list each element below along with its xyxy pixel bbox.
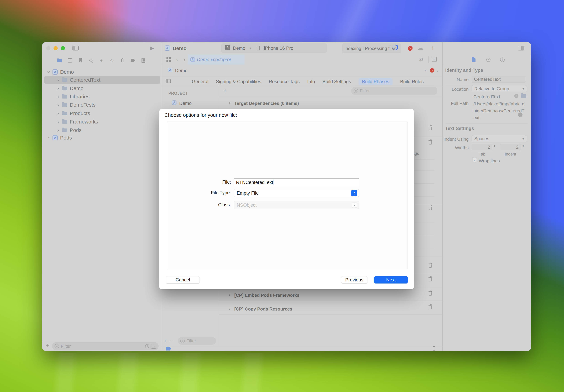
copy-pods-row[interactable]: [CP] Copy Pods Resources: [234, 306, 292, 312]
tab-width-field[interactable]: 2: [472, 144, 492, 150]
list-icon[interactable]: [140, 57, 147, 64]
tab-width-stepper[interactable]: ▲▼: [494, 144, 496, 147]
minimize-button[interactable]: [54, 46, 58, 50]
tab-general[interactable]: General: [192, 79, 208, 84]
class-combobox[interactable]: NSObject ▾: [234, 201, 359, 209]
file-name-input[interactable]: RTNCenteredText: [234, 178, 359, 186]
trash-icon[interactable]: [429, 306, 432, 309]
project-item-demo[interactable]: Demo: [179, 101, 192, 106]
tree-label[interactable]: DemoTests: [70, 102, 96, 108]
remove-target-button[interactable]: −: [170, 338, 173, 344]
tab-resource-tags[interactable]: Resource Tags: [269, 79, 300, 84]
run-button[interactable]: ▶: [150, 45, 154, 51]
disclosure-chevron-icon[interactable]: ›: [57, 94, 59, 99]
sidebar-item-demo-folder[interactable]: › Demo: [42, 84, 162, 93]
clear-icon[interactable]: ✕: [514, 94, 518, 98]
disclosure-chevron-icon[interactable]: ›: [229, 292, 231, 297]
file-inspector-icon[interactable]: [472, 57, 476, 62]
disclosure-chevron-icon[interactable]: ›: [57, 119, 59, 124]
breadcrumb[interactable]: Demo: [175, 68, 188, 73]
add-editor-icon[interactable]: +: [432, 57, 437, 62]
forward-chevron-icon[interactable]: ›: [183, 56, 185, 63]
choose-folder-icon[interactable]: [521, 94, 526, 98]
back-chevron-icon[interactable]: ‹: [176, 56, 178, 63]
navigator-toggle-icon[interactable]: [72, 46, 79, 50]
error-badge-icon[interactable]: [408, 46, 413, 51]
disclosure-chevron-icon[interactable]: ›: [57, 128, 59, 133]
editor-tab[interactable]: Demo.xcodeproj: [188, 55, 245, 65]
tree-label[interactable]: Products: [70, 110, 90, 116]
add-toolbar-icon[interactable]: +: [431, 44, 435, 52]
tab-info[interactable]: Info: [307, 79, 315, 84]
file-type-popup[interactable]: Empty File ▲▼: [234, 189, 359, 197]
issue-forward-chevron-icon[interactable]: ›: [437, 67, 439, 73]
close-button[interactable]: [46, 46, 50, 50]
sidebar-item-frameworks[interactable]: › Frameworks: [42, 118, 162, 126]
sidebar-item-centeredtext[interactable]: › CenteredText: [42, 76, 162, 84]
tree-label[interactable]: Libraries: [70, 94, 90, 99]
add-file-button[interactable]: +: [46, 342, 49, 349]
sidebar-item-demo-project[interactable]: › Demo: [42, 68, 162, 76]
indent-using-popup[interactable]: Spaces ▲▼: [472, 135, 527, 142]
swap-editor-icon[interactable]: ⇄: [419, 56, 424, 62]
location-popup[interactable]: Relative to Group ▲▼: [472, 85, 527, 92]
tab-build-settings[interactable]: Build Settings: [323, 79, 351, 84]
tree-label[interactable]: Demo: [60, 69, 74, 75]
issue-error-badge-icon[interactable]: [430, 68, 435, 73]
indent-width-stepper[interactable]: ▲▼: [522, 144, 524, 147]
tree-label[interactable]: Pods: [60, 135, 72, 141]
disclosure-chevron-icon[interactable]: ›: [46, 71, 52, 73]
sidebar-item-libraries[interactable]: › Libraries: [42, 93, 162, 101]
canvas-device-icon[interactable]: [433, 346, 435, 351]
project-navigator-icon[interactable]: [56, 57, 63, 64]
tab-build-phases[interactable]: Build Phases: [359, 78, 393, 85]
targets-filter-input[interactable]: ≡ Filter: [178, 337, 216, 345]
disclosure-chevron-icon[interactable]: ›: [57, 77, 59, 83]
tree-label[interactable]: CenteredText: [70, 77, 100, 83]
help-inspector-icon[interactable]: ?: [500, 57, 505, 62]
cancel-button[interactable]: Cancel: [166, 276, 200, 283]
tree-label[interactable]: Pods: [70, 127, 82, 133]
disclosure-chevron-icon[interactable]: ›: [57, 102, 59, 108]
search-icon[interactable]: [87, 57, 94, 64]
tab-build-rules[interactable]: Build Rules: [400, 79, 424, 84]
plus-minus-icon[interactable]: +-: [151, 344, 156, 349]
clock-icon[interactable]: [145, 344, 149, 348]
name-field[interactable]: CenteredText: [472, 76, 525, 83]
trash-icon[interactable]: [429, 264, 432, 268]
trash-icon[interactable]: [429, 127, 432, 130]
sidebar-item-pods-folder[interactable]: › Pods: [42, 126, 162, 134]
disclosure-chevron-icon[interactable]: ›: [57, 111, 59, 116]
bookmark-icon[interactable]: [77, 57, 84, 64]
warning-icon[interactable]: ⚠: [98, 57, 105, 64]
disclosure-chevron-icon[interactable]: ›: [229, 100, 231, 105]
inspector-toggle-icon[interactable]: [518, 46, 524, 50]
navigator-filter-input[interactable]: ≡ Filter +-: [52, 342, 159, 350]
scheme-project-label[interactable]: Demo: [233, 46, 245, 51]
tag-indicator-icon[interactable]: [166, 347, 171, 350]
sidebar-item-demotests[interactable]: › DemoTests: [42, 101, 162, 109]
phases-filter-input[interactable]: ≡ Filter: [351, 87, 437, 95]
tree-label[interactable]: Frameworks: [70, 119, 98, 125]
indent-width-field[interactable]: 2: [500, 144, 521, 150]
sidebar-item-products[interactable]: › Products: [42, 109, 162, 117]
history-inspector-icon[interactable]: [486, 58, 491, 62]
tree-label[interactable]: Demo: [70, 85, 83, 91]
reveal-arrow-icon[interactable]: →: [518, 112, 523, 117]
disclosure-chevron-icon[interactable]: ›: [48, 135, 50, 140]
previous-button[interactable]: Previous: [341, 276, 367, 283]
trash-icon[interactable]: [429, 207, 432, 210]
tab-signing-capabilities[interactable]: Signing & Capabilities: [216, 79, 261, 84]
disclosure-chevron-icon[interactable]: ›: [229, 306, 231, 311]
trash-icon[interactable]: [429, 278, 432, 281]
disclosure-chevron-icon[interactable]: ›: [57, 86, 59, 91]
wrap-lines-checkbox[interactable]: ✓: [473, 158, 477, 162]
tag-icon[interactable]: [129, 57, 136, 64]
target-dependencies-row[interactable]: Target Dependencies (0 items): [234, 101, 299, 106]
add-phase-button[interactable]: +: [223, 87, 227, 95]
trash-icon[interactable]: [429, 292, 432, 295]
issue-back-chevron-icon[interactable]: ‹: [425, 67, 426, 73]
x-square-icon[interactable]: ✕: [67, 57, 73, 64]
editor-tab-title[interactable]: Demo.xcodeproj: [197, 57, 231, 62]
sidebar-item-pods-project[interactable]: › Pods: [42, 134, 162, 142]
